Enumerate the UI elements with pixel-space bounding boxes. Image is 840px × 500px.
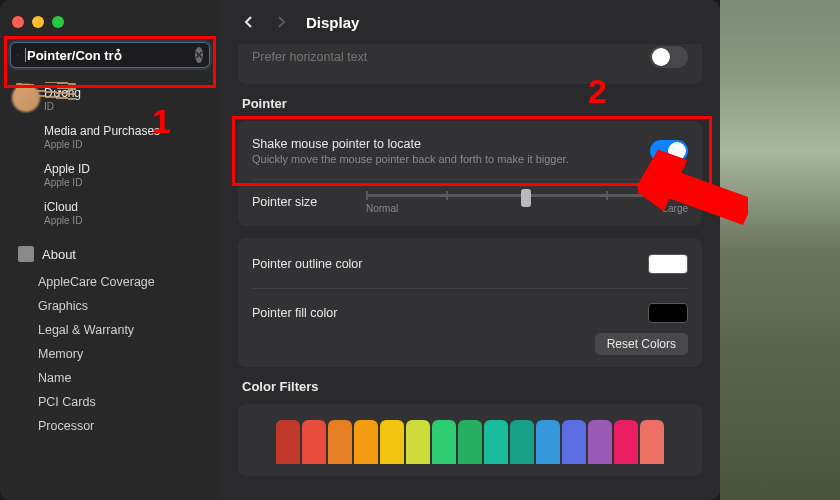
result-user[interactable]: Dương ID: [0, 80, 220, 118]
reset-colors-button[interactable]: Reset Colors: [595, 333, 688, 355]
fill-color-row: Pointer fill color: [252, 299, 688, 327]
chevron-left-icon: [243, 15, 253, 29]
result-title: Media and Purchases: [44, 124, 202, 138]
close-window-button[interactable]: [12, 16, 24, 28]
pointer-size-slider[interactable]: [366, 194, 688, 197]
sidebar-item-legal[interactable]: Legal & Warranty: [0, 318, 220, 342]
about-label: About: [42, 247, 76, 262]
crayon-swatch[interactable]: [432, 420, 456, 464]
shake-description: Quickly move the mouse pointer back and …: [252, 153, 569, 165]
pointer-size-label: Pointer size: [252, 195, 352, 209]
back-button[interactable]: [238, 12, 258, 32]
result-appleid[interactable]: Apple ID Apple ID: [0, 156, 220, 194]
result-subtitle: Apple ID: [44, 215, 202, 226]
crayon-swatch[interactable]: [276, 420, 300, 464]
fill-color-swatch[interactable]: [648, 303, 688, 323]
outline-color-row: Pointer outline color: [252, 250, 688, 278]
svg-point-0: [17, 54, 18, 55]
crayon-swatch[interactable]: [640, 420, 664, 464]
crayon-swatch[interactable]: [614, 420, 638, 464]
outline-color-label: Pointer outline color: [252, 257, 362, 271]
content-scroller[interactable]: Prefer horizontal text Pointer Shake mou…: [220, 44, 720, 500]
search-input[interactable]: [27, 48, 195, 63]
shake-pointer-toggle[interactable]: [650, 140, 688, 162]
sidebar-item-memory[interactable]: Memory: [0, 342, 220, 366]
main-pane: Display Prefer horizontal text Pointer S…: [220, 0, 720, 500]
result-title: iCloud: [44, 200, 202, 214]
crayon-swatch[interactable]: [536, 420, 560, 464]
sidebar-item-graphics[interactable]: Graphics: [0, 294, 220, 318]
crayon-swatch[interactable]: [484, 420, 508, 464]
titlebar: Display: [220, 0, 720, 44]
sidebar-item-name[interactable]: Name: [0, 366, 220, 390]
pointer-heading: Pointer: [242, 96, 698, 111]
page-title: Display: [306, 14, 359, 31]
search-field[interactable]: [10, 42, 210, 68]
prefer-horizontal-label: Prefer horizontal text: [252, 50, 367, 64]
maximize-window-button[interactable]: [52, 16, 64, 28]
crayon-swatch[interactable]: [328, 420, 352, 464]
search-icon: [17, 48, 19, 62]
crayon-swatch[interactable]: [510, 420, 534, 464]
slider-thumb[interactable]: [521, 189, 531, 207]
pointer-size-row: Pointer size Normal Large: [252, 190, 688, 214]
crayon-swatch[interactable]: [562, 420, 586, 464]
shake-label: Shake mouse pointer to locate: [252, 137, 569, 151]
fill-color-label: Pointer fill color: [252, 306, 337, 320]
result-subtitle: Apple ID: [44, 177, 202, 188]
result-media[interactable]: Media and Purchases Apple ID: [0, 118, 220, 156]
result-title: Apple ID: [44, 162, 202, 176]
close-icon: [195, 51, 203, 59]
about-icon: [18, 246, 34, 262]
color-filters-heading: Color Filters: [242, 379, 698, 394]
minimize-window-button[interactable]: [32, 16, 44, 28]
traffic-lights: [0, 8, 220, 36]
sidebar-item-about[interactable]: About: [0, 238, 220, 270]
chevron-right-icon: [277, 15, 287, 29]
color-filters-card: [238, 404, 702, 476]
crayon-swatch[interactable]: [458, 420, 482, 464]
prefer-horizontal-card: Prefer horizontal text: [238, 44, 702, 84]
result-subtitle: Apple ID: [44, 139, 202, 150]
result-icloud[interactable]: iCloud Apple ID: [0, 194, 220, 232]
crayon-swatch[interactable]: [354, 420, 378, 464]
system-settings-window: Dương ID Media and Purchases Apple ID Ap…: [0, 0, 720, 500]
slider-min-label: Normal: [366, 203, 398, 214]
divider: [252, 179, 688, 180]
sidebar: Dương ID Media and Purchases Apple ID Ap…: [0, 0, 220, 500]
outline-color-swatch[interactable]: [648, 254, 688, 274]
crayon-swatch[interactable]: [406, 420, 430, 464]
result-subtitle: ID: [44, 101, 202, 112]
divider: [252, 288, 688, 289]
avatar: [12, 84, 40, 112]
crayon-swatch[interactable]: [380, 420, 404, 464]
prefer-horizontal-toggle[interactable]: [650, 46, 688, 68]
clear-search-button[interactable]: [195, 47, 203, 63]
crayon-swatch[interactable]: [302, 420, 326, 464]
slider-max-label: Large: [662, 203, 688, 214]
result-title: Dương: [44, 86, 202, 100]
pointer-card: Shake mouse pointer to locate Quickly mo…: [238, 121, 702, 226]
desktop-wallpaper: [720, 0, 840, 500]
crayon-swatch[interactable]: [588, 420, 612, 464]
sidebar-item-processor[interactable]: Processor: [0, 414, 220, 438]
pointer-color-card: Pointer outline color Pointer fill color…: [238, 238, 702, 367]
shake-pointer-row: Shake mouse pointer to locate Quickly mo…: [252, 133, 688, 169]
search-results: Dương ID Media and Purchases Apple ID Ap…: [0, 74, 220, 238]
sidebar-item-pcicards[interactable]: PCI Cards: [0, 390, 220, 414]
forward-button[interactable]: [272, 12, 292, 32]
color-filter-swatches: [252, 420, 688, 464]
sidebar-item-applecare[interactable]: AppleCare Coverage: [0, 270, 220, 294]
